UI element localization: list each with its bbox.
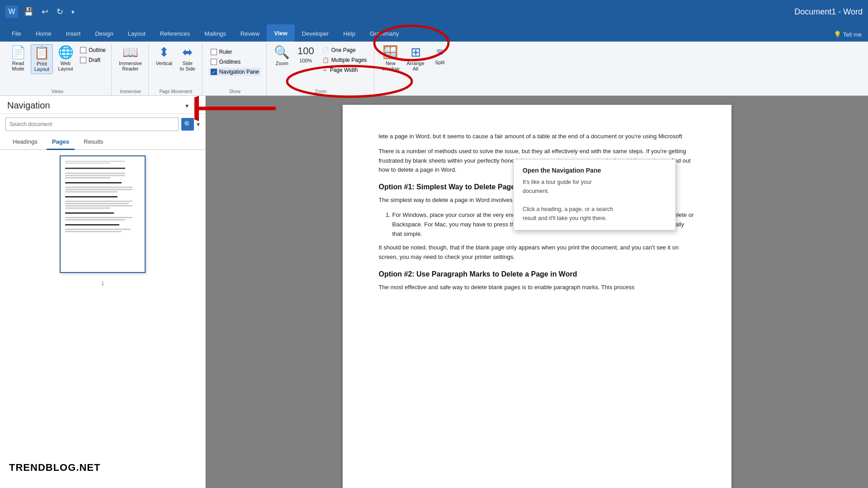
draft-checkbox[interactable]: Draft [78,56,108,64]
word-icon: W [5,5,18,18]
zoom-icon: 🔍 [274,46,290,59]
immersive-reader-button[interactable]: 📖 ImmersiveReader [116,44,145,73]
nav-search-dropdown[interactable]: ▾ [197,121,200,128]
nav-pane-header: Navigation ▾ ✕ [0,96,205,114]
tab-design[interactable]: Design [88,25,120,42]
multiple-pages-button[interactable]: 📋 Multiple Pages [321,56,369,64]
draft-checkbox-box [80,57,86,63]
web-layout-button[interactable]: 🌐 WebLayout [55,44,76,73]
nav-pane-close-button[interactable]: ✕ [193,101,200,111]
zoom-100-icon: 100 [297,46,314,56]
print-layout-label: PrintLayout [34,61,49,72]
side-to-side-button[interactable]: ⬌ Sideto Side [177,44,198,73]
read-mode-button[interactable]: 📄 ReadMode [7,44,29,73]
window-buttons: 🪟 NewWindow ⊞ ArrangeAll ≡ Split [379,44,450,92]
zoom-100-button[interactable]: 100 100% [295,44,317,65]
multiple-pages-label: Multiple Pages [331,57,367,63]
window-group-label [379,92,450,95]
tab-references[interactable]: References [153,25,197,42]
views-group-label: Views [7,87,108,95]
document-area: Open the Navigation Pane It's like a tou… [206,96,868,488]
ribbon-panel: 📄 ReadMode 📋 PrintLayout 🌐 WebLayout Out… [0,42,868,96]
tab-grammarly[interactable]: Grammarly [363,25,406,42]
immersive-reader-icon: 📖 [123,46,138,59]
tab-home[interactable]: Home [28,25,59,42]
doc-para-5: The most effective and safe way to delet… [379,283,695,292]
new-window-icon: 🪟 [382,46,398,59]
customize-button[interactable]: ▾ [69,8,77,16]
tab-help[interactable]: Help [336,25,363,42]
undo-button[interactable]: ↩ [39,6,51,18]
tab-developer[interactable]: Developer [295,25,336,42]
web-layout-label: WebLayout [58,61,73,71]
show-group-label: Show [207,87,263,95]
zoom-group-label: Zoom [271,87,370,95]
tab-layout[interactable]: Layout [121,25,153,42]
tab-view[interactable]: View [267,24,294,42]
thumbnail-content [61,156,145,237]
outline-label: Outline [89,47,106,53]
outline-checkbox[interactable]: Outline [78,46,108,54]
nav-search-button[interactable]: 🔍 [181,118,194,131]
ribbon-group-window: 🪟 NewWindow ⊞ ArrangeAll ≡ Split [375,43,454,95]
ribbon-group-page-movement: ⬍ Vertical ⬌ Sideto Side Page Movement [150,43,203,95]
one-page-button[interactable]: 📄 One Page [321,46,369,54]
thumbnail-page-number: 1 [0,281,205,286]
save-button[interactable]: 💾 [21,6,36,18]
ruler-checkbox[interactable]: Ruler [209,48,261,56]
web-layout-icon: 🌐 [58,46,74,59]
nav-tab-results[interactable]: Results [78,135,108,149]
arrange-all-label: ArrangeAll [406,61,424,71]
immersive-reader-label: ImmersiveReader [119,61,142,71]
views-buttons: 📄 ReadMode 📋 PrintLayout 🌐 WebLayout Out… [7,44,108,87]
navigation-pane-checkbox[interactable]: ✓ Navigation Pane [209,68,261,76]
print-layout-icon: 📋 [34,47,50,59]
immersive-group-label: Immersive [116,87,145,95]
page-width-icon: ↔ [322,67,328,73]
new-window-button[interactable]: 🪟 NewWindow [379,44,402,73]
redo-button[interactable]: ↻ [54,6,66,18]
split-button[interactable]: ≡ Split [429,44,451,67]
multi-page-icon: 📋 [322,57,329,63]
doc-para-1: lete a page in Word, but it seems to cau… [379,132,695,141]
zoom-button[interactable]: 🔍 Zoom [271,44,293,68]
nav-tab-headings[interactable]: Headings [7,135,43,149]
tab-insert[interactable]: Insert [59,25,88,42]
page-width-button[interactable]: ↔ Page Width [321,66,369,74]
arrange-all-icon: ⊞ [410,46,421,59]
page-movement-buttons: ⬍ Vertical ⬌ Sideto Side [153,44,198,87]
draft-label: Draft [89,57,100,63]
ribbon-group-zoom: 🔍 Zoom 100 100% 📄 One Page 📋 Multiple Pa… [268,43,374,95]
nav-page-thumbnail[interactable] [60,155,146,273]
title-bar-left: W 💾 ↩ ↻ ▾ [5,5,77,18]
tooltip-popup: Open the Navigation Pane It's like a tou… [513,159,676,230]
page-movement-group-label: Page Movement [153,87,198,95]
zoom-options: 📄 One Page 📋 Multiple Pages ↔ Page Width [319,44,371,76]
search-icon: 🔍 [184,121,192,128]
side-to-side-icon: ⬌ [182,46,193,59]
immersive-buttons: 📖 ImmersiveReader [116,44,145,87]
gridlines-checkbox[interactable]: Gridlines [209,58,261,66]
nav-tab-pages[interactable]: Pages [47,135,75,150]
read-mode-icon: 📄 [10,46,26,59]
nav-pane-dropdown-arrow[interactable]: ▾ [185,102,189,109]
vertical-button[interactable]: ⬍ Vertical [153,44,175,68]
gridlines-label: Gridlines [219,59,241,65]
document-title: Document1 - Word [794,7,863,17]
tell-me-search[interactable]: 💡 Tell me [827,27,868,42]
ribbon-tabs: File Home Insert Design Layout Reference… [0,23,868,42]
arrange-all-button[interactable]: ⊞ ArrangeAll [404,44,427,73]
tab-review[interactable]: Review [233,25,267,42]
outline-checkbox-box [80,47,86,53]
print-layout-button[interactable]: 📋 PrintLayout [31,44,53,74]
tab-file[interactable]: File [5,25,28,42]
side-to-side-label: Sideto Side [180,61,195,71]
view-checkboxes: Outline Draft [78,44,108,66]
page-icon: 📄 [322,47,329,53]
nav-search-row: 🔍 ▾ [0,114,205,135]
nav-tabs: Headings Pages Results [0,135,205,150]
tab-mailings[interactable]: Mailings [197,25,233,42]
page-width-label: Page Width [330,67,358,73]
nav-search-input[interactable] [5,117,179,131]
ruler-checkbox-box [211,49,217,55]
